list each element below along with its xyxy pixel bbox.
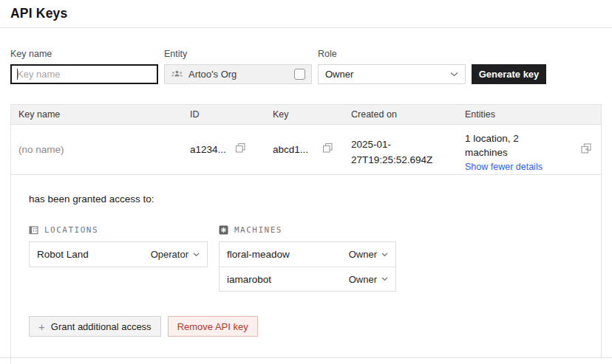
col-header-created-on: Created on <box>351 109 397 120</box>
machine-access-row: floral-meadow Owner <box>220 242 395 267</box>
page-title: API Keys <box>10 6 67 21</box>
entity-label: Entity <box>164 49 187 59</box>
grant-additional-access-button[interactable]: + Grant additional access <box>29 316 161 337</box>
copy-icon <box>235 142 246 154</box>
copy-icon <box>322 142 333 154</box>
duplicate-icon <box>580 142 592 154</box>
role-value: Owner <box>325 69 450 80</box>
api-keys-table: Key name ID Key Created on Entities (no … <box>10 104 602 357</box>
generate-key-button[interactable]: Generate key <box>472 64 546 84</box>
key-name-label: Key name <box>10 49 52 59</box>
entities-cell: 1 location, 2 machines Show fewer detail… <box>465 132 548 172</box>
table-header-row: Key name ID Key Created on Entities <box>10 104 602 125</box>
next-card-edge <box>10 358 11 364</box>
chevron-down-icon <box>381 277 388 281</box>
machine-access-row: iamarobot Owner <box>220 267 395 291</box>
location-access-row: Robot Land Operator <box>30 242 207 267</box>
machines-section-header: MACHINES <box>219 225 282 235</box>
location-role-value: Operator <box>151 249 188 260</box>
key-details-panel: has been granted access to: LOCATIONS Ro… <box>10 175 602 357</box>
machines-label: MACHINES <box>234 225 282 235</box>
machine-role-select[interactable]: Owner <box>349 274 388 285</box>
entity-value: Artoo's Org <box>188 69 289 80</box>
table-row: (no name) a1234... abcd1... 2025-01-27T1… <box>10 125 602 175</box>
duplicate-key-button[interactable] <box>580 142 592 154</box>
copy-key-button[interactable] <box>322 142 333 154</box>
locations-section-header: LOCATIONS <box>29 225 98 235</box>
copy-id-button[interactable] <box>235 142 246 154</box>
entity-select[interactable]: Artoo's Org <box>164 64 312 84</box>
chevron-down-icon <box>450 72 458 77</box>
col-header-id: ID <box>190 109 200 120</box>
text-caret <box>17 69 18 80</box>
locations-access-list: Robot Land Operator <box>29 241 208 267</box>
chevron-down-icon <box>381 253 388 257</box>
building-icon <box>29 225 38 235</box>
checkbox-icon[interactable] <box>294 69 305 80</box>
remove-api-key-button[interactable]: Remove API key <box>168 316 258 337</box>
entities-summary: 1 location, 2 machines <box>465 132 548 160</box>
col-header-entities: Entities <box>465 109 495 120</box>
role-select[interactable]: Owner <box>318 64 466 84</box>
key-name-input[interactable] <box>10 64 158 84</box>
col-header-key: Key <box>273 109 289 120</box>
location-role-select[interactable]: Operator <box>151 249 200 260</box>
location-name: Robot Land <box>37 249 151 260</box>
locations-label: LOCATIONS <box>44 225 98 235</box>
machine-name: iamarobot <box>227 274 349 285</box>
machine-icon <box>219 225 228 235</box>
section-divider <box>0 357 612 358</box>
machine-name: floral-meadow <box>227 249 349 260</box>
machine-role-value: Owner <box>349 249 377 260</box>
id-cell: a1234... <box>190 144 226 155</box>
grant-button-label: Grant additional access <box>51 321 152 332</box>
show-fewer-details-link[interactable]: Show fewer details <box>465 162 543 172</box>
created-on-cell: 2025-01-27T19:25:52.694Z <box>351 137 438 168</box>
chevron-down-icon <box>193 253 200 257</box>
key-cell: abcd1... <box>273 144 308 155</box>
role-label: Role <box>318 49 337 59</box>
key-name-cell: (no name) <box>18 144 64 155</box>
machines-access-list: floral-meadow Owner iamarobot Owner <box>219 241 396 292</box>
header-divider <box>0 27 612 28</box>
organization-people-icon <box>171 69 183 79</box>
machine-role-select[interactable]: Owner <box>349 249 388 260</box>
granted-access-text: has been granted access to: <box>29 193 154 205</box>
machine-role-value: Owner <box>349 274 377 285</box>
col-header-key-name: Key name <box>18 109 60 120</box>
plus-icon: + <box>38 321 45 332</box>
